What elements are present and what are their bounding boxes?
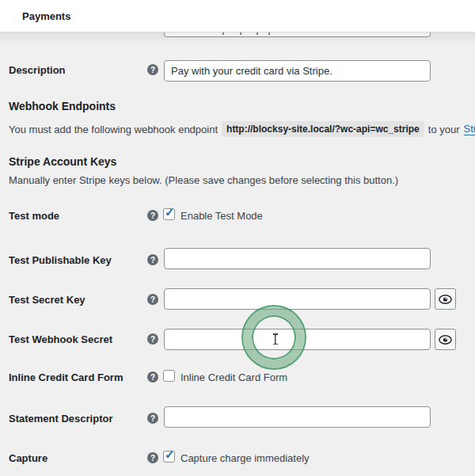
help-icon[interactable]: ? [147, 333, 158, 345]
help-icon[interactable]: ? [147, 371, 158, 383]
account-keys-note: Manually enter Stripe keys below. (Pleas… [9, 174, 398, 186]
test-webhook-secret-reveal-button[interactable] [435, 329, 456, 350]
eye-icon [439, 295, 452, 304]
capture-charge-checkbox-label[interactable]: Capture charge immediately [180, 452, 310, 464]
help-icon[interactable]: ? [147, 64, 158, 75]
page-title: Payments [22, 10, 70, 22]
help-icon[interactable]: ? [147, 254, 158, 265]
webhook-endpoint-code: http://blocksy-site.local/?wc-api=wc_str… [222, 121, 424, 137]
help-icon[interactable]: ? [147, 452, 158, 463]
webhook-note-text-before: You must add the following webhook endpo… [9, 124, 218, 135]
help-icon[interactable]: ? [147, 413, 158, 424]
topbar: Payments [0, 0, 475, 32]
webhook-note-text-after: to your [428, 124, 460, 135]
test-publishable-key-label: Test Publishable Key [9, 254, 112, 266]
help-icon[interactable]: ? [147, 210, 158, 221]
inline-credit-card-form-label: Inline Credit Card Form [9, 371, 123, 383]
test-webhook-secret-input[interactable] [164, 329, 431, 350]
test-publishable-key-input[interactable] [164, 248, 431, 269]
description-label: Description [9, 64, 66, 76]
webhook-endpoints-heading: Webhook Endpoints [9, 100, 116, 112]
help-icon[interactable]: ? [147, 294, 158, 305]
stripe-account-link[interactable]: Stripe account [464, 123, 475, 135]
statement-descriptor-label: Statement Descriptor [9, 413, 112, 425]
stripe-account-keys-heading: Stripe Account Keys [9, 155, 116, 168]
webhook-endpoint-note: You must add the following webhook endpo… [9, 120, 475, 138]
check-icon: ✓ [165, 448, 175, 460]
description-input[interactable] [164, 60, 431, 82]
statement-descriptor-input[interactable] [164, 406, 431, 428]
test-mode-label: Test mode [9, 210, 59, 222]
test-secret-key-input[interactable] [164, 288, 431, 310]
enable-test-mode-checkbox-label[interactable]: Enable Test Mode [180, 210, 263, 222]
capture-charge-checkbox[interactable]: ✓ [163, 451, 175, 463]
check-icon: ✓ [165, 206, 175, 218]
enable-test-mode-checkbox[interactable]: ✓ [163, 208, 175, 220]
test-secret-key-label: Test Secret Key [9, 294, 86, 306]
eye-icon [439, 335, 452, 345]
payments-settings-page: Payments Description ? Webhook Endpoints… [0, 0, 475, 476]
test-secret-key-reveal-button[interactable] [435, 288, 456, 310]
capture-label: Capture [9, 452, 48, 464]
inline-credit-card-form-checkbox-label[interactable]: Inline Credit Card Form [180, 371, 287, 383]
inline-credit-card-form-checkbox[interactable] [163, 370, 175, 382]
test-webhook-secret-label: Test Webhook Secret [9, 333, 112, 345]
